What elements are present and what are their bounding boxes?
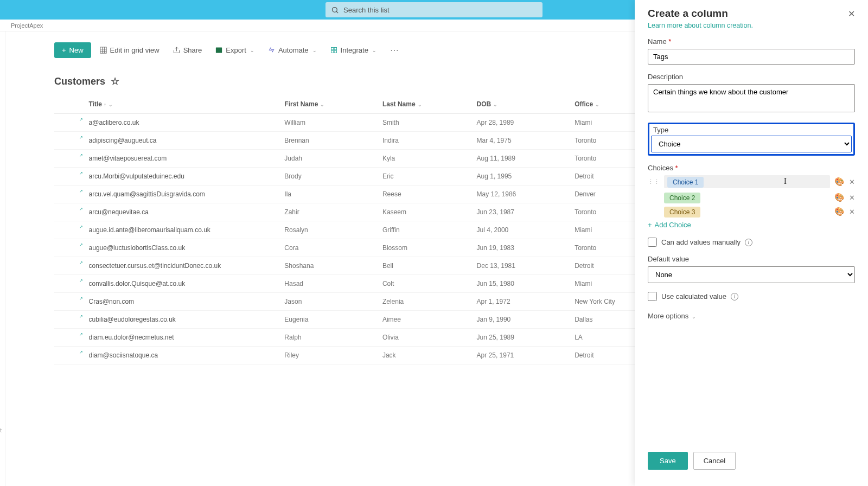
choice-row-1: ⋮⋮ Choice 1 I 🎨 ✕: [648, 175, 855, 188]
text-cursor: I: [784, 176, 787, 186]
plus-icon: +: [648, 221, 652, 229]
remove-choice-icon[interactable]: ✕: [849, 194, 855, 202]
svg-rect-11: [334, 50, 336, 53]
close-icon[interactable]: ✕: [848, 9, 855, 19]
excel-icon: [215, 46, 223, 54]
calculated-value-label: Use calculated value: [661, 292, 726, 300]
choice-input-1[interactable]: Choice 1 I: [664, 175, 830, 188]
save-button[interactable]: Save: [648, 452, 688, 470]
automate-icon: [267, 46, 276, 54]
search-placeholder: Search this list: [343, 6, 390, 14]
list-title: Customers: [54, 76, 105, 87]
svg-rect-2: [100, 47, 106, 53]
edit-grid-button[interactable]: Edit in grid view: [94, 43, 164, 57]
left-label-b: it: [0, 427, 2, 433]
breadcrumb-text[interactable]: ProjectApex: [11, 22, 43, 29]
grid-icon: [99, 46, 107, 54]
type-label: Type: [653, 126, 850, 134]
integrate-button[interactable]: Integrate ⌄: [325, 43, 381, 57]
export-button[interactable]: Export ⌄: [210, 43, 259, 57]
share-icon: [173, 46, 181, 54]
svg-point-0: [333, 7, 337, 12]
choice-input-3[interactable]: Choice 3: [664, 207, 830, 216]
description-input[interactable]: [648, 84, 855, 112]
left-nav-collapsed: mplate it: [0, 31, 5, 486]
info-icon[interactable]: i: [745, 239, 752, 246]
plus-icon: +: [62, 46, 66, 54]
create-column-panel: Create a column ✕ Learn more about colum…: [635, 0, 868, 486]
default-value-label: Default value: [648, 255, 855, 263]
col-first-name[interactable]: First Name⌄: [280, 95, 378, 114]
chevron-down-icon: ⌄: [312, 48, 317, 53]
svg-rect-7: [216, 48, 222, 53]
palette-icon[interactable]: 🎨: [834, 193, 845, 202]
name-input[interactable]: [648, 49, 855, 65]
description-label: Description: [648, 73, 855, 81]
add-choice-button[interactable]: + Add Choice: [648, 221, 855, 229]
new-button[interactable]: + New: [54, 42, 91, 58]
search-icon: [331, 6, 339, 14]
search-input[interactable]: Search this list: [326, 2, 542, 17]
share-button[interactable]: Share: [168, 43, 207, 57]
name-label: Name *: [648, 37, 855, 46]
drag-handle-icon[interactable]: ⋮⋮: [648, 178, 660, 186]
chevron-down-icon: ⌄: [692, 314, 696, 319]
choices-label: Choices *: [648, 164, 855, 172]
learn-more-link[interactable]: Learn more about column creation.: [648, 22, 855, 29]
type-select[interactable]: Choice: [651, 136, 852, 152]
integrate-icon: [330, 46, 338, 54]
palette-icon[interactable]: 🎨: [834, 177, 845, 187]
info-icon[interactable]: i: [731, 293, 738, 300]
svg-rect-8: [331, 48, 333, 50]
svg-line-1: [336, 11, 338, 13]
cancel-button[interactable]: Cancel: [693, 452, 736, 470]
choice-input-2[interactable]: Choice 2: [664, 193, 830, 202]
col-select[interactable]: [54, 95, 85, 114]
calculated-value-checkbox[interactable]: [648, 292, 657, 301]
automate-button[interactable]: Automate ⌄: [263, 43, 322, 57]
col-last-name[interactable]: Last Name⌄: [378, 95, 473, 114]
can-add-manually-label: Can add values manually: [661, 238, 741, 246]
col-title[interactable]: Title ↑⌄: [85, 95, 280, 114]
palette-icon[interactable]: 🎨: [834, 207, 845, 216]
choice-row-2: ⋮⋮ Choice 2 🎨 ✕: [648, 193, 855, 202]
remove-choice-icon[interactable]: ✕: [849, 178, 855, 186]
svg-rect-10: [331, 50, 333, 53]
can-add-manually-checkbox[interactable]: [648, 238, 657, 247]
remove-choice-icon[interactable]: ✕: [849, 208, 855, 216]
svg-rect-9: [334, 48, 336, 50]
favorite-star-icon[interactable]: ☆: [111, 75, 119, 87]
chevron-down-icon: ⌄: [250, 48, 254, 53]
col-dob[interactable]: DOB⌄: [473, 95, 571, 114]
more-button[interactable]: ⋯: [385, 43, 404, 57]
chevron-down-icon: ⌄: [372, 48, 376, 53]
choice-row-3: ⋮⋮ Choice 3 🎨 ✕: [648, 207, 855, 216]
more-options-toggle[interactable]: More options ⌄: [648, 312, 855, 320]
default-value-select[interactable]: None: [648, 266, 855, 283]
panel-title: Create a column: [648, 8, 728, 20]
